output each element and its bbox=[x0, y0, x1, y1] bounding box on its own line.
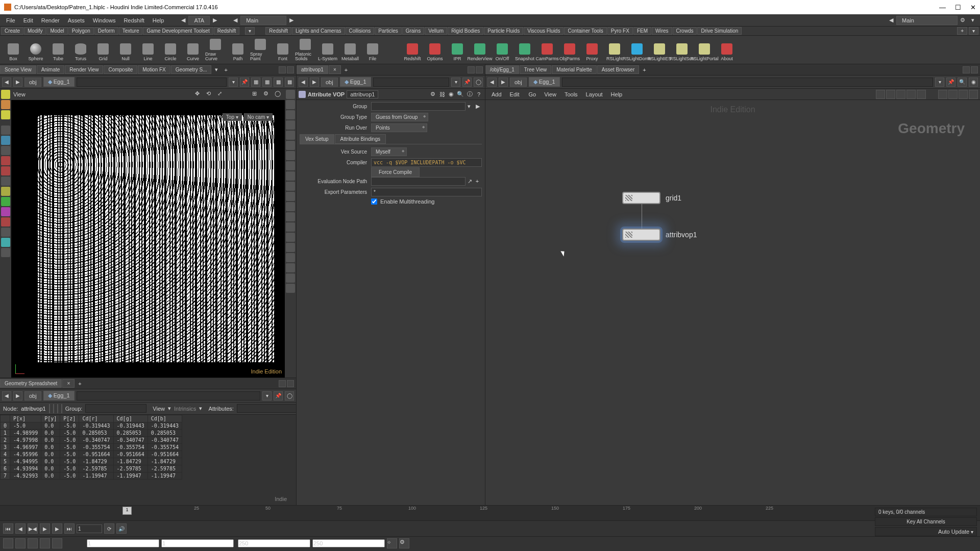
user-menu[interactable]: ATA bbox=[188, 16, 210, 25]
tool-redshift[interactable]: Redshift bbox=[402, 38, 423, 62]
spread-back[interactable]: ◀ bbox=[2, 391, 11, 400]
net-tool-f[interactable] bbox=[938, 90, 947, 99]
tool-null[interactable]: Null bbox=[115, 38, 136, 62]
path-geo[interactable]: ◆ Egg_1 bbox=[43, 77, 75, 87]
parm-pane-a[interactable] bbox=[468, 66, 475, 73]
scene-tab-add[interactable]: + bbox=[221, 66, 230, 74]
node-attribvop1[interactable]: attribvop1 bbox=[622, 229, 697, 241]
parm-info-icon[interactable]: ⓘ bbox=[465, 90, 474, 98]
spread-points-icon[interactable] bbox=[49, 404, 50, 413]
shelf-dropdown[interactable]: ▾ bbox=[245, 27, 255, 35]
timeline-playhead[interactable]: 1 bbox=[122, 507, 132, 515]
minimize-button[interactable]: — bbox=[939, 4, 946, 11]
spread-fwd[interactable]: ▶ bbox=[13, 391, 22, 400]
table-row[interactable]: 7-4.929930.0-5.0-1.19947-1.19947-1.19947 bbox=[1, 472, 182, 480]
desktop2-prev[interactable]: ◀ bbox=[887, 17, 895, 23]
export-params-input[interactable] bbox=[371, 188, 482, 196]
net-tool-h[interactable] bbox=[959, 90, 968, 99]
desktop2-menu[interactable]: Main bbox=[896, 16, 958, 25]
tool-on/off[interactable]: On/Off bbox=[492, 38, 512, 62]
vex-setup-tab[interactable]: Vex Setup bbox=[300, 134, 334, 144]
disp-f[interactable] bbox=[286, 141, 295, 150]
netmenu-tools[interactable]: Tools bbox=[560, 91, 582, 97]
force-compile-button[interactable]: Force Compile bbox=[371, 167, 420, 177]
display-opts-a[interactable]: ▦ bbox=[251, 78, 260, 87]
desktop-next[interactable]: ▶ bbox=[287, 17, 296, 23]
tool-path[interactable]: Path bbox=[228, 38, 248, 62]
eval-node-path-input[interactable] bbox=[371, 177, 465, 186]
spread-intrinsics[interactable]: Intrinsics bbox=[174, 406, 196, 412]
key-all-channels-button[interactable]: Key All Channels bbox=[875, 517, 977, 526]
tool-line[interactable]: Line bbox=[138, 38, 158, 62]
table-row[interactable]: 3-4.969970.0-5.0-0.355754-0.355754-0.355… bbox=[1, 444, 182, 451]
first-frame-button[interactable]: ⏮ bbox=[3, 523, 13, 534]
shelf-tab[interactable]: Particles bbox=[375, 27, 401, 35]
disp-l[interactable] bbox=[286, 202, 295, 211]
eval-path-add[interactable]: + bbox=[475, 177, 482, 186]
tool-objparms[interactable]: ObjParms bbox=[559, 38, 580, 62]
parm-path-geo[interactable]: ◆ Egg_1 bbox=[340, 77, 371, 87]
desktop-menu[interactable]: Main bbox=[240, 16, 286, 25]
desktop2-menu-drop[interactable]: ▾ bbox=[969, 17, 977, 23]
spread-tab-add[interactable]: + bbox=[75, 380, 84, 388]
tool-curve[interactable]: Curve bbox=[183, 38, 203, 62]
shelf-tab[interactable]: Pyro FX bbox=[607, 27, 633, 35]
tool-grey2[interactable] bbox=[1, 228, 10, 237]
tool-platonic-solids[interactable]: Platonic Solids bbox=[295, 38, 315, 62]
col-header[interactable]: Cd[b] bbox=[148, 415, 182, 422]
net-pane-a[interactable] bbox=[963, 66, 970, 73]
disp-s[interactable] bbox=[286, 273, 295, 283]
sel-tool[interactable] bbox=[1, 90, 10, 99]
tool-yel[interactable] bbox=[1, 187, 10, 196]
parm-search-icon[interactable]: 🔍 bbox=[456, 90, 464, 98]
vp-tool-c[interactable]: ⤢ bbox=[217, 90, 226, 98]
disp-g[interactable] bbox=[286, 151, 295, 160]
tool-box[interactable]: Box bbox=[3, 38, 23, 62]
net-tool-i[interactable] bbox=[969, 90, 978, 99]
menu-redshift[interactable]: Redshift bbox=[119, 17, 148, 23]
display-opts-d[interactable]: ▦ bbox=[285, 78, 294, 87]
vp-tool-b[interactable]: ⟲ bbox=[206, 90, 214, 98]
net-tool-d[interactable] bbox=[906, 90, 916, 99]
parm-path-obj[interactable]: obj bbox=[321, 78, 338, 87]
nav-drop[interactable]: ▾ bbox=[229, 78, 238, 87]
disp-m[interactable] bbox=[286, 212, 295, 221]
vp-opt[interactable]: ⚙ bbox=[263, 90, 272, 98]
sel-tool3[interactable] bbox=[1, 110, 10, 119]
parm-help-icon[interactable]: ? bbox=[475, 90, 483, 98]
shelf-tab[interactable]: Rigid Bodies bbox=[448, 27, 483, 35]
desktop2-settings[interactable]: ⚙ bbox=[959, 17, 967, 23]
shelf-tab[interactable]: Particle Fluids bbox=[484, 27, 523, 35]
tl-link[interactable]: ⟐ bbox=[387, 538, 397, 548]
disp-t[interactable] bbox=[286, 284, 295, 293]
tool-snapshot[interactable]: Snapshot bbox=[514, 38, 535, 62]
tl-opt-e[interactable] bbox=[52, 538, 62, 548]
parm-pane-b[interactable] bbox=[476, 66, 483, 73]
netmenu-edit[interactable]: Edit bbox=[506, 91, 524, 97]
shelf-tab[interactable]: Polygon bbox=[68, 27, 94, 35]
netmenu-go[interactable]: Go bbox=[525, 91, 541, 97]
play-back-button[interactable]: ▶◀ bbox=[28, 523, 38, 534]
shelf-tab[interactable]: Container Tools bbox=[564, 27, 606, 35]
spread-group-input[interactable] bbox=[85, 404, 146, 413]
play-button[interactable]: ▶ bbox=[40, 523, 50, 534]
spread-prims-icon[interactable] bbox=[57, 404, 58, 413]
shelf-drop-right[interactable]: ▾ bbox=[969, 27, 978, 35]
shelf-tab[interactable]: FEM bbox=[633, 27, 651, 35]
table-row[interactable]: 0-5.00.0-5.0-0.319443-0.319443-0.319443 bbox=[1, 422, 182, 430]
parm-tab[interactable]: attribvop1 bbox=[297, 65, 328, 74]
shelf-tab[interactable]: Texture bbox=[119, 27, 143, 35]
camera-top[interactable]: Top ▾ bbox=[223, 113, 242, 121]
spread-pin[interactable]: 📌 bbox=[274, 391, 283, 400]
tool-spray-paint[interactable]: Spray Paint bbox=[250, 38, 271, 62]
disp-p[interactable] bbox=[286, 243, 295, 252]
camera-nocam[interactable]: No cam ▾ bbox=[244, 113, 273, 121]
col-header[interactable]: Cd[g] bbox=[113, 415, 148, 422]
spread-tab-x[interactable]: × bbox=[62, 379, 75, 388]
spread-path-obj[interactable]: obj bbox=[24, 391, 41, 400]
compiler-input[interactable] bbox=[371, 158, 482, 167]
spread-drop[interactable]: ▾ bbox=[262, 391, 272, 400]
tl-gear[interactable]: ⚙ bbox=[399, 538, 409, 548]
spread-pane-b[interactable] bbox=[287, 380, 294, 387]
net-path-geo[interactable]: ◆ Egg_1 bbox=[529, 77, 560, 87]
